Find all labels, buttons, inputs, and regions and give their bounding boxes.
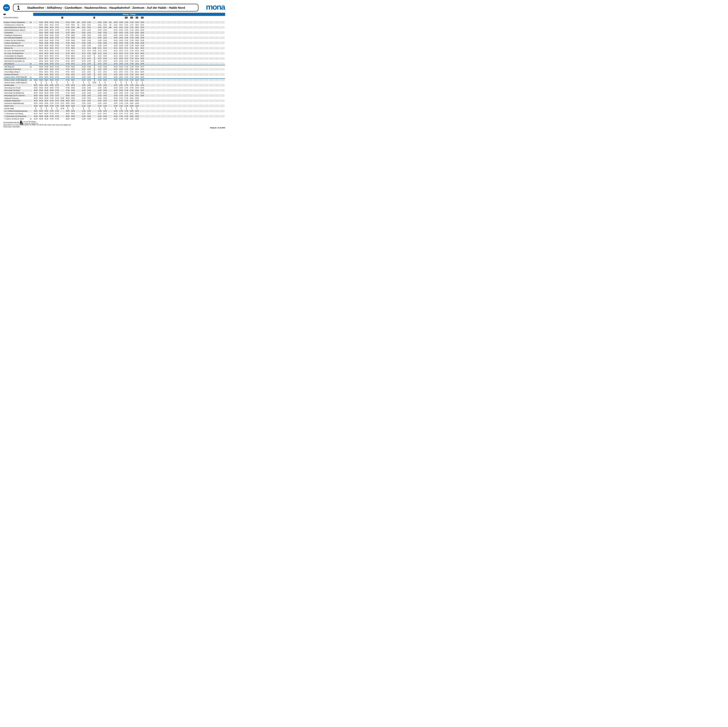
time-cell: 18.30 xyxy=(140,21,145,24)
time-cell: 16.39 xyxy=(119,44,124,47)
time-cell: 17.54 xyxy=(129,79,134,81)
time-cell: 17.35 xyxy=(124,102,129,104)
time-cell: 13.14 xyxy=(97,57,102,60)
squiggle-icon xyxy=(88,107,90,110)
time-cell: 18.08 xyxy=(129,115,134,118)
time-cell: 06.44 xyxy=(49,55,54,57)
empty-cell xyxy=(172,37,177,39)
time-cell: 12.28 xyxy=(81,89,86,92)
squiggle-icon xyxy=(56,81,58,84)
time-cell: Min xyxy=(76,26,81,29)
time-cell: 06.52 xyxy=(49,73,54,76)
line-number: 1 xyxy=(17,5,20,11)
empty-cell xyxy=(188,26,193,29)
empty-cell xyxy=(140,102,145,104)
empty-cell xyxy=(172,115,177,118)
time-cell: 05.51 xyxy=(38,70,44,73)
time-cell: 12.45 xyxy=(87,60,92,62)
time-cell: 13.18 xyxy=(97,66,102,68)
empty-cell xyxy=(209,73,214,76)
time-cell: 08.37 xyxy=(70,112,75,115)
empty-cell xyxy=(188,62,193,65)
empty-cell xyxy=(193,73,198,76)
empty-cell xyxy=(198,49,203,52)
squiggle-icon xyxy=(99,81,100,84)
empty-cell xyxy=(198,55,203,57)
skip-stop-cell xyxy=(97,81,102,84)
empty-cell xyxy=(182,31,187,34)
column-note-cell: HS xyxy=(140,17,145,18)
empty-cell xyxy=(214,31,219,34)
empty-cell xyxy=(182,37,187,39)
stop-name: - Hbf (Steig A1) xyxy=(4,63,14,64)
empty-cell xyxy=(188,73,193,76)
empty-cell xyxy=(220,79,225,81)
empty-cell xyxy=(193,44,198,47)
empty-cell xyxy=(209,112,214,115)
time-cell: 17.50 xyxy=(129,68,134,70)
empty-cell xyxy=(150,39,155,42)
squiggle-icon xyxy=(46,81,47,84)
time-cell: 17.11 xyxy=(124,47,129,49)
time-cell: 18.05 xyxy=(129,102,134,104)
stop-name: - Hinterm Holz xyxy=(4,105,14,107)
empty-cell xyxy=(209,52,214,55)
empty-cell xyxy=(182,99,187,102)
empty-cell xyxy=(108,118,113,120)
time-cell: 12.39 xyxy=(81,118,86,120)
empty-cell xyxy=(172,55,177,57)
empty-cell xyxy=(177,107,182,110)
time-cell: 16.45 xyxy=(119,60,124,62)
time-cell: 05.28 xyxy=(33,89,38,92)
empty-cell xyxy=(76,44,81,47)
empty-cell xyxy=(188,76,193,78)
stop-name: - Am Göhlenbach/Stadtbad xyxy=(4,37,22,38)
empty-cell xyxy=(193,34,198,37)
time-cell: 07.05 xyxy=(49,102,54,104)
empty-cell xyxy=(177,76,182,78)
empty-cell xyxy=(214,84,219,87)
note-badge-s: S xyxy=(93,17,95,18)
time-cell: 05.44 xyxy=(38,57,44,60)
squiggle-icon xyxy=(120,81,122,84)
empty-cell xyxy=(214,107,219,110)
time-cell: 07.33 xyxy=(55,97,60,99)
empty-cell xyxy=(198,112,203,115)
time-cell: alle xyxy=(76,21,81,24)
time-cell: 07.06 xyxy=(55,39,60,42)
time-cell: 05.36 xyxy=(33,110,38,112)
empty-cell xyxy=(204,66,209,68)
empty-cell xyxy=(188,87,193,89)
empty-cell xyxy=(177,21,182,24)
empty-cell xyxy=(161,79,166,81)
skip-stop-cell xyxy=(33,81,38,84)
time-cell: 12.53 xyxy=(87,76,92,78)
empty-cell xyxy=(188,44,193,47)
empty-cell xyxy=(76,70,81,73)
empty-cell xyxy=(161,21,166,24)
empty-cell xyxy=(145,104,150,107)
stop-name-cell: - M.-Lochb.-Str./Haubenschloß xyxy=(3,49,32,52)
time-cell: 08.00 xyxy=(70,21,75,24)
stop-name: - Aybühlweg/Sportpark (Steig 6) xyxy=(4,29,25,31)
time-cell: 07.31 xyxy=(65,24,70,26)
time-cell: 06.18 xyxy=(44,66,49,68)
empty-cell xyxy=(161,107,166,110)
empty-cell xyxy=(92,110,97,112)
time-cell: 16.02 xyxy=(113,26,118,29)
time-cell: 13.38 xyxy=(102,42,107,44)
empty-cell xyxy=(182,66,187,68)
empty-cell xyxy=(145,44,150,47)
empty-cell xyxy=(145,112,150,115)
time-cell: 18.14 xyxy=(135,57,139,60)
time-cell: 17.06 xyxy=(119,110,124,112)
empty-cell xyxy=(193,60,198,62)
note-badge-s: S xyxy=(61,17,63,18)
time-cell: 16.36 xyxy=(113,110,118,112)
stop-name-cell: - Hinterm Holz xyxy=(3,104,32,107)
empty-cell xyxy=(33,57,38,60)
time-cell: 18.14 xyxy=(135,55,139,57)
empty-cell xyxy=(188,49,193,52)
empty-cell xyxy=(108,29,113,31)
stop-name: - T.-Dannheimer-Str./Ostrachweg xyxy=(4,115,26,117)
